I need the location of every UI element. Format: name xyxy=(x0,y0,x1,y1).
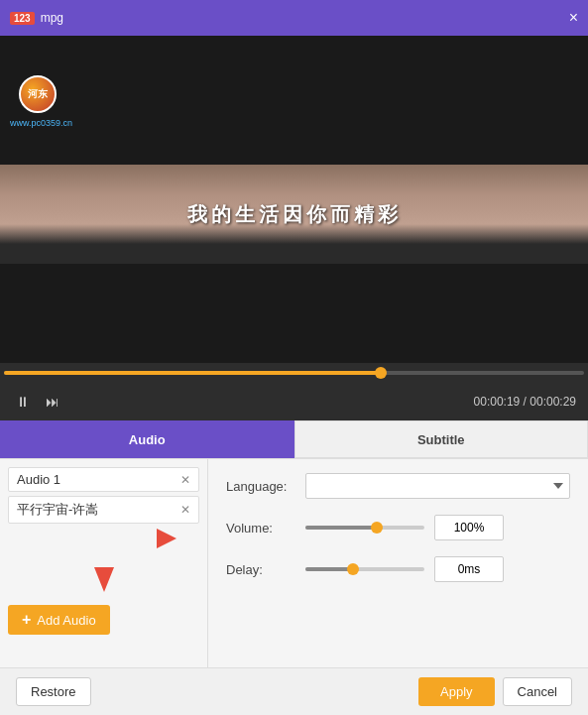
time-current: 00:00:19 xyxy=(474,395,521,409)
arrow-indicator-1 xyxy=(8,524,181,553)
add-plus-icon: + xyxy=(22,611,31,629)
language-dropdown[interactable] xyxy=(305,473,570,499)
red-arrow-2-icon xyxy=(89,567,119,597)
tab-subtitle[interactable]: Subtitle xyxy=(294,420,589,458)
progress-thumb xyxy=(375,367,387,379)
delay-row: Delay: 0ms xyxy=(226,556,570,582)
cancel-button[interactable]: Cancel xyxy=(503,677,572,706)
volume-value-input[interactable]: 100% xyxy=(434,515,504,540)
volume-label: Volume: xyxy=(226,521,295,536)
apply-button[interactable]: Apply xyxy=(418,677,495,706)
delay-slider-track[interactable] xyxy=(305,567,424,571)
video-area: 河东 www.pc0359.cn 我的生活因你而精彩 xyxy=(0,36,588,363)
watermark-url: www.pc0359.cn xyxy=(10,118,72,128)
volume-slider-container xyxy=(305,526,424,530)
arrow-indicator-2 xyxy=(8,567,199,597)
delay-slider-fill xyxy=(305,567,353,571)
progress-bar[interactable] xyxy=(4,371,584,375)
delay-slider-thumb[interactable] xyxy=(347,563,359,575)
time-total: 00:00:29 xyxy=(529,395,576,409)
audio-settings-panel: Language: Volume: 100% xyxy=(208,459,588,667)
watermark: 河东 www.pc0359.cn xyxy=(10,71,72,128)
add-audio-label: Add Audio xyxy=(37,613,95,628)
delay-label: Delay: xyxy=(226,562,295,577)
audio-item-1-close[interactable]: ✕ xyxy=(180,473,190,487)
bottom-bar: Restore Apply Cancel xyxy=(0,667,588,715)
file-name: mpg xyxy=(41,11,63,25)
audio-list-panel: Audio 1 ✕ 平行宇宙-许嵩 ✕ xyxy=(0,459,208,667)
right-buttons: Apply Cancel xyxy=(418,677,572,706)
controls-left: ⏸ ⏭ xyxy=(12,390,63,414)
delay-value-input[interactable]: 0ms xyxy=(434,556,504,582)
controls-bar: ⏸ ⏭ 00:00:19 / 00:00:29 xyxy=(0,383,588,420)
add-audio-button[interactable]: + Add Audio xyxy=(8,605,110,635)
audio-item-2-close[interactable]: ✕ xyxy=(180,503,190,517)
progress-fill xyxy=(4,371,381,375)
restore-button[interactable]: Restore xyxy=(16,677,91,706)
time-display: 00:00:19 / 00:00:29 xyxy=(474,395,576,409)
volume-slider-thumb[interactable] xyxy=(371,522,383,534)
video-content: 我的生活因你而精彩 xyxy=(0,165,588,264)
audio-item-2-label: 平行宇宙-许嵩 xyxy=(17,501,98,519)
volume-slider-fill xyxy=(305,526,377,530)
title-bar-left: 123 mpg xyxy=(10,11,63,25)
close-button[interactable]: × xyxy=(569,10,578,26)
watermark-circle: 河东 xyxy=(19,75,57,113)
video-black-bottom xyxy=(0,264,588,363)
svg-marker-1 xyxy=(94,567,114,592)
tab-bar: Audio Subtitle xyxy=(0,420,588,458)
audio-item-1-label: Audio 1 xyxy=(17,472,60,487)
logo-badge: 123 xyxy=(10,12,35,25)
delay-slider-container xyxy=(305,567,424,571)
next-button[interactable]: ⏭ xyxy=(42,390,63,414)
volume-row: Volume: 100% xyxy=(226,515,570,540)
video-black-top xyxy=(0,36,588,165)
title-bar: 123 mpg × xyxy=(0,0,588,36)
progress-area[interactable] xyxy=(0,363,588,383)
svg-marker-0 xyxy=(157,529,176,548)
audio-item-1[interactable]: Audio 1 ✕ xyxy=(8,467,199,492)
watermark-logo: 河东 xyxy=(10,71,64,116)
language-label: Language: xyxy=(226,479,295,494)
video-text-overlay: 我的生活因你而精彩 xyxy=(187,201,402,228)
tab-audio[interactable]: Audio xyxy=(0,420,294,458)
red-arrow-1-icon xyxy=(152,524,181,553)
play-pause-button[interactable]: ⏸ xyxy=(12,390,34,414)
settings-wrapper: Audio Subtitle Audio 1 ✕ 平行宇宙-许嵩 ✕ xyxy=(0,420,588,715)
language-row: Language: xyxy=(226,473,570,499)
settings-content: Audio 1 ✕ 平行宇宙-许嵩 ✕ xyxy=(0,458,588,667)
volume-slider-track[interactable] xyxy=(305,526,424,530)
audio-item-2[interactable]: 平行宇宙-许嵩 ✕ xyxy=(8,496,199,524)
